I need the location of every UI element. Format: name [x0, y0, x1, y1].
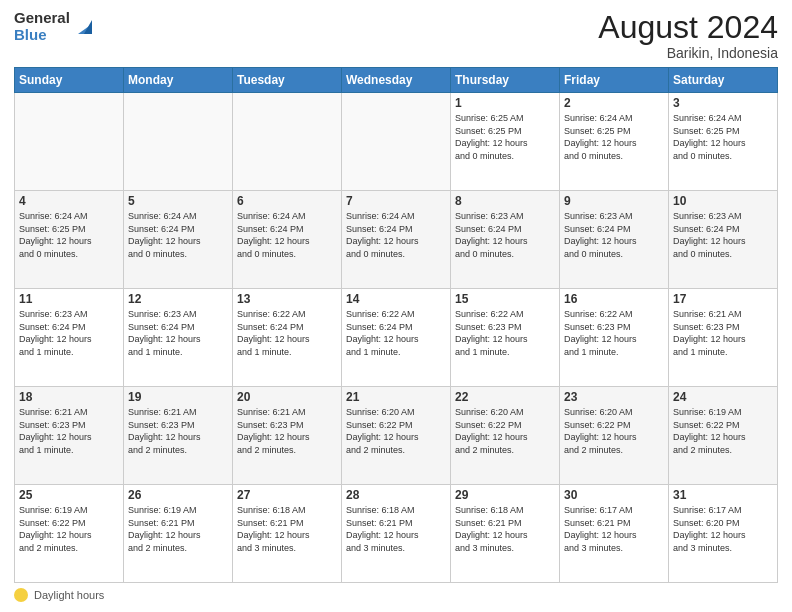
col-wednesday: Wednesday — [342, 68, 451, 93]
day-number: 4 — [19, 194, 119, 208]
table-row: 30Sunrise: 6:17 AM Sunset: 6:21 PM Dayli… — [560, 485, 669, 583]
footer-legend-label: Daylight hours — [34, 589, 104, 601]
table-row: 5Sunrise: 6:24 AM Sunset: 6:24 PM Daylig… — [124, 191, 233, 289]
day-number: 1 — [455, 96, 555, 110]
logo-blue-text: Blue — [14, 27, 70, 44]
col-saturday: Saturday — [669, 68, 778, 93]
day-number: 7 — [346, 194, 446, 208]
table-row: 14Sunrise: 6:22 AM Sunset: 6:24 PM Dayli… — [342, 289, 451, 387]
day-info: Sunrise: 6:22 AM Sunset: 6:23 PM Dayligh… — [455, 308, 555, 358]
table-row: 22Sunrise: 6:20 AM Sunset: 6:22 PM Dayli… — [451, 387, 560, 485]
day-info: Sunrise: 6:24 AM Sunset: 6:24 PM Dayligh… — [128, 210, 228, 260]
calendar-week-row: 4Sunrise: 6:24 AM Sunset: 6:25 PM Daylig… — [15, 191, 778, 289]
calendar-week-row: 18Sunrise: 6:21 AM Sunset: 6:23 PM Dayli… — [15, 387, 778, 485]
col-friday: Friday — [560, 68, 669, 93]
header: General Blue August 2024 Barikin, Indone… — [14, 10, 778, 61]
day-info: Sunrise: 6:17 AM Sunset: 6:21 PM Dayligh… — [564, 504, 664, 554]
day-number: 2 — [564, 96, 664, 110]
table-row: 28Sunrise: 6:18 AM Sunset: 6:21 PM Dayli… — [342, 485, 451, 583]
day-info: Sunrise: 6:23 AM Sunset: 6:24 PM Dayligh… — [673, 210, 773, 260]
day-info: Sunrise: 6:23 AM Sunset: 6:24 PM Dayligh… — [455, 210, 555, 260]
calendar-week-row: 1Sunrise: 6:25 AM Sunset: 6:25 PM Daylig… — [15, 93, 778, 191]
table-row: 26Sunrise: 6:19 AM Sunset: 6:21 PM Dayli… — [124, 485, 233, 583]
table-row: 3Sunrise: 6:24 AM Sunset: 6:25 PM Daylig… — [669, 93, 778, 191]
day-number: 15 — [455, 292, 555, 306]
day-number: 21 — [346, 390, 446, 404]
table-row: 23Sunrise: 6:20 AM Sunset: 6:22 PM Dayli… — [560, 387, 669, 485]
table-row: 1Sunrise: 6:25 AM Sunset: 6:25 PM Daylig… — [451, 93, 560, 191]
month-title: August 2024 — [598, 10, 778, 45]
logo: General Blue — [14, 10, 96, 43]
day-number: 18 — [19, 390, 119, 404]
table-row — [342, 93, 451, 191]
day-number: 31 — [673, 488, 773, 502]
day-info: Sunrise: 6:20 AM Sunset: 6:22 PM Dayligh… — [564, 406, 664, 456]
day-info: Sunrise: 6:21 AM Sunset: 6:23 PM Dayligh… — [128, 406, 228, 456]
table-row: 12Sunrise: 6:23 AM Sunset: 6:24 PM Dayli… — [124, 289, 233, 387]
day-info: Sunrise: 6:21 AM Sunset: 6:23 PM Dayligh… — [19, 406, 119, 456]
day-number: 17 — [673, 292, 773, 306]
day-number: 20 — [237, 390, 337, 404]
day-info: Sunrise: 6:19 AM Sunset: 6:22 PM Dayligh… — [19, 504, 119, 554]
day-number: 5 — [128, 194, 228, 208]
day-number: 25 — [19, 488, 119, 502]
table-row — [124, 93, 233, 191]
day-number: 29 — [455, 488, 555, 502]
table-row: 4Sunrise: 6:24 AM Sunset: 6:25 PM Daylig… — [15, 191, 124, 289]
day-number: 6 — [237, 194, 337, 208]
table-row: 13Sunrise: 6:22 AM Sunset: 6:24 PM Dayli… — [233, 289, 342, 387]
col-monday: Monday — [124, 68, 233, 93]
day-info: Sunrise: 6:19 AM Sunset: 6:21 PM Dayligh… — [128, 504, 228, 554]
day-number: 16 — [564, 292, 664, 306]
day-number: 3 — [673, 96, 773, 110]
day-info: Sunrise: 6:17 AM Sunset: 6:20 PM Dayligh… — [673, 504, 773, 554]
day-info: Sunrise: 6:23 AM Sunset: 6:24 PM Dayligh… — [564, 210, 664, 260]
table-row — [233, 93, 342, 191]
day-info: Sunrise: 6:19 AM Sunset: 6:22 PM Dayligh… — [673, 406, 773, 456]
calendar-header-row: Sunday Monday Tuesday Wednesday Thursday… — [15, 68, 778, 93]
day-number: 23 — [564, 390, 664, 404]
day-info: Sunrise: 6:24 AM Sunset: 6:25 PM Dayligh… — [564, 112, 664, 162]
table-row: 10Sunrise: 6:23 AM Sunset: 6:24 PM Dayli… — [669, 191, 778, 289]
calendar-week-row: 11Sunrise: 6:23 AM Sunset: 6:24 PM Dayli… — [15, 289, 778, 387]
day-number: 28 — [346, 488, 446, 502]
location: Barikin, Indonesia — [598, 45, 778, 61]
day-number: 30 — [564, 488, 664, 502]
table-row: 7Sunrise: 6:24 AM Sunset: 6:24 PM Daylig… — [342, 191, 451, 289]
table-row: 9Sunrise: 6:23 AM Sunset: 6:24 PM Daylig… — [560, 191, 669, 289]
day-info: Sunrise: 6:25 AM Sunset: 6:25 PM Dayligh… — [455, 112, 555, 162]
table-row — [15, 93, 124, 191]
day-number: 24 — [673, 390, 773, 404]
logo-icon — [74, 16, 96, 38]
day-number: 11 — [19, 292, 119, 306]
col-tuesday: Tuesday — [233, 68, 342, 93]
day-number: 14 — [346, 292, 446, 306]
day-info: Sunrise: 6:20 AM Sunset: 6:22 PM Dayligh… — [455, 406, 555, 456]
col-sunday: Sunday — [15, 68, 124, 93]
table-row: 17Sunrise: 6:21 AM Sunset: 6:23 PM Dayli… — [669, 289, 778, 387]
day-number: 22 — [455, 390, 555, 404]
day-info: Sunrise: 6:23 AM Sunset: 6:24 PM Dayligh… — [128, 308, 228, 358]
day-info: Sunrise: 6:21 AM Sunset: 6:23 PM Dayligh… — [673, 308, 773, 358]
day-number: 10 — [673, 194, 773, 208]
day-info: Sunrise: 6:20 AM Sunset: 6:22 PM Dayligh… — [346, 406, 446, 456]
day-info: Sunrise: 6:24 AM Sunset: 6:24 PM Dayligh… — [346, 210, 446, 260]
table-row: 25Sunrise: 6:19 AM Sunset: 6:22 PM Dayli… — [15, 485, 124, 583]
table-row: 8Sunrise: 6:23 AM Sunset: 6:24 PM Daylig… — [451, 191, 560, 289]
day-number: 27 — [237, 488, 337, 502]
footer-legend: Daylight hours — [14, 588, 104, 602]
calendar-week-row: 25Sunrise: 6:19 AM Sunset: 6:22 PM Dayli… — [15, 485, 778, 583]
calendar-table: Sunday Monday Tuesday Wednesday Thursday… — [14, 67, 778, 583]
table-row: 21Sunrise: 6:20 AM Sunset: 6:22 PM Dayli… — [342, 387, 451, 485]
day-number: 8 — [455, 194, 555, 208]
day-info: Sunrise: 6:22 AM Sunset: 6:24 PM Dayligh… — [346, 308, 446, 358]
day-info: Sunrise: 6:23 AM Sunset: 6:24 PM Dayligh… — [19, 308, 119, 358]
table-row: 20Sunrise: 6:21 AM Sunset: 6:23 PM Dayli… — [233, 387, 342, 485]
table-row: 6Sunrise: 6:24 AM Sunset: 6:24 PM Daylig… — [233, 191, 342, 289]
day-number: 26 — [128, 488, 228, 502]
footer: Daylight hours — [14, 588, 778, 602]
table-row: 15Sunrise: 6:22 AM Sunset: 6:23 PM Dayli… — [451, 289, 560, 387]
day-info: Sunrise: 6:24 AM Sunset: 6:25 PM Dayligh… — [673, 112, 773, 162]
day-info: Sunrise: 6:24 AM Sunset: 6:24 PM Dayligh… — [237, 210, 337, 260]
table-row: 16Sunrise: 6:22 AM Sunset: 6:23 PM Dayli… — [560, 289, 669, 387]
